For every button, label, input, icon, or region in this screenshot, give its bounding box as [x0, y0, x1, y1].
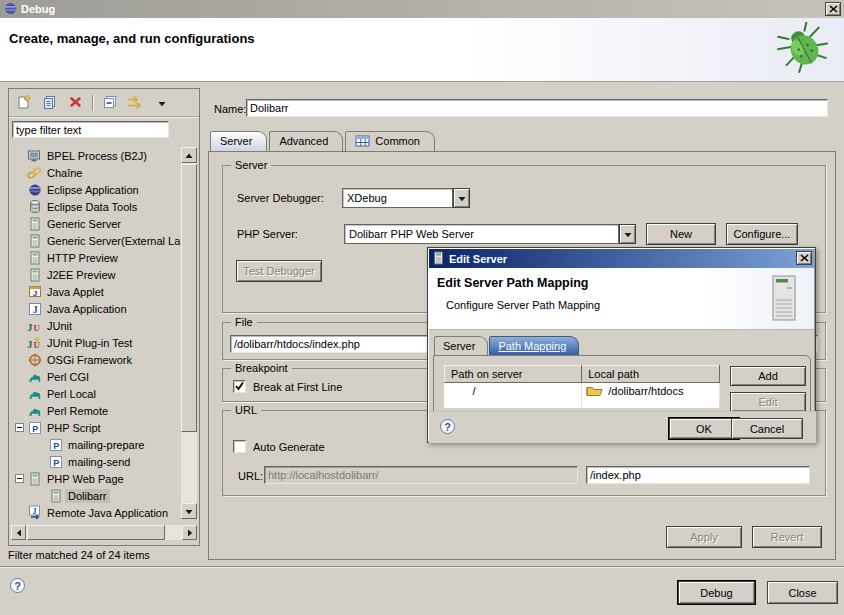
tree-indent [35, 439, 46, 450]
tree-item-cha-ne[interactable]: Chaîne [11, 164, 180, 181]
collapse-all-button[interactable] [100, 94, 119, 113]
collapse-toggle-icon[interactable] [14, 473, 25, 484]
tree-item-bpel-process-b2j-[interactable]: BPEL Process (B2J) [11, 147, 180, 164]
tree-item-perl-cgi[interactable]: Perl CGI [11, 368, 180, 385]
tree-item-label: JUnit Plug-in Test [44, 336, 135, 350]
name-input[interactable] [246, 99, 828, 117]
tree-item-perl-remote[interactable]: Perl Remote [11, 402, 180, 419]
tree-item-label: Perl Local [44, 387, 99, 401]
duplicate-button[interactable] [40, 94, 59, 113]
tab-label: Server [220, 135, 252, 147]
down-arrow-icon [185, 505, 193, 517]
window-close-button[interactable] [825, 2, 841, 16]
tree-vertical-scrollbar[interactable] [181, 147, 197, 519]
tree-item-mailing-prepare[interactable]: Pmailing-prepare [11, 436, 180, 453]
tree-item-java-applet[interactable]: JJava Applet [11, 283, 180, 300]
tree-item-http-preview[interactable]: HTTP Preview [11, 249, 180, 266]
svg-text:P: P [53, 440, 59, 450]
server-small-icon [433, 251, 444, 267]
server-icon [25, 217, 44, 231]
break-first-line-checkbox[interactable] [233, 380, 246, 393]
tree-item-j2ee-preview[interactable]: J2EE Preview [11, 266, 180, 283]
scroll-right-button[interactable] [182, 525, 197, 540]
scroll-up-button[interactable] [181, 147, 197, 163]
tree-item-generic-server-external-la[interactable]: Generic Server(External La [11, 232, 180, 249]
server-icon [25, 472, 44, 486]
tree-item-label: PHP Script [44, 421, 104, 435]
add-mapping-button[interactable]: Add [730, 366, 806, 386]
dialog-help-button[interactable]: ? [440, 419, 455, 434]
server-group-legend: Server [231, 159, 271, 171]
tree-item-junit[interactable]: JUJUnit [11, 317, 180, 334]
ok-button[interactable]: OK [669, 418, 739, 439]
tree-item-eclipse-data-tools[interactable]: Eclipse Data Tools [11, 198, 180, 215]
collapse-toggle-icon[interactable] [14, 422, 25, 433]
new-server-button[interactable]: New [646, 223, 716, 245]
name-label: Name: [214, 103, 246, 115]
bpel-icon [25, 149, 44, 163]
tree-indent [14, 218, 25, 229]
close-button[interactable]: Close [767, 581, 838, 604]
tree-item-perl-local[interactable]: Perl Local [11, 385, 180, 402]
combo-arrow-button[interactable] [619, 224, 636, 244]
tree-item-label: Perl Remote [44, 404, 111, 418]
column-header-path-on-server[interactable]: Path on server [445, 366, 582, 383]
tab-advanced[interactable]: Advanced [269, 131, 343, 152]
dialog-title: Edit Server [449, 253, 507, 265]
url-path-input[interactable] [586, 466, 810, 484]
database-icon [25, 199, 44, 214]
combo-arrow-button[interactable] [453, 188, 470, 208]
tab-path-mapping[interactable]: Path Mapping [489, 336, 579, 356]
tree-item-osgi-framework[interactable]: OSGi Framework [11, 351, 180, 368]
tree-item-eclipse-application[interactable]: Eclipse Application [11, 181, 180, 198]
up-arrow-icon [185, 149, 193, 161]
table-row[interactable]: //dolibarr/htdocs [445, 383, 720, 400]
debug-bug-icon [774, 22, 834, 78]
tree-item-generic-server[interactable]: Generic Server [11, 215, 180, 232]
php-server-select[interactable]: Dolibarr PHP Web Server [344, 224, 636, 244]
apply-button: Apply [666, 526, 742, 548]
dialog-close-button[interactable] [796, 251, 812, 265]
url-base-input [264, 466, 578, 484]
column-header-local-path[interactable]: Local path [582, 366, 720, 383]
tree-indent [14, 167, 25, 178]
scroll-left-button[interactable] [11, 525, 26, 540]
tree-item-dolibarr[interactable]: Dolibarr [11, 487, 180, 504]
tab-server[interactable]: Server [210, 131, 267, 152]
table-header-row: Path on serverLocal path [445, 366, 720, 383]
menu-dropdown-button[interactable] [152, 94, 171, 113]
tree-indent [14, 405, 25, 416]
tree-item-mailing-send[interactable]: Pmailing-send [11, 453, 180, 470]
tree-indent [14, 150, 25, 161]
left-arrow-icon [16, 527, 22, 539]
debug-button[interactable]: Debug [678, 581, 755, 604]
tree-item-java-application[interactable]: JJava Application [11, 300, 180, 317]
page-title: Create, manage, and run configurations [9, 31, 255, 46]
tree-item-php-script[interactable]: PPHP Script [11, 419, 180, 436]
filter-button[interactable] [126, 94, 145, 113]
cancel-button[interactable]: Cancel [731, 418, 803, 439]
tree-item-php-web-page[interactable]: PHP Web Page [11, 470, 180, 487]
vertical-scroll-thumb[interactable] [181, 164, 197, 432]
auto-generate-checkbox[interactable] [233, 440, 246, 453]
dialog-titlebar: Edit Server [429, 249, 814, 268]
tree-item-remote-java-application[interactable]: JRemote Java Application [11, 504, 180, 521]
tree-horizontal-scrollbar[interactable] [11, 525, 197, 540]
server-debugger-select[interactable]: XDebug [342, 188, 470, 208]
window-titlebar: Debug [0, 0, 844, 18]
scroll-down-button[interactable] [181, 503, 197, 519]
eclipse-app-icon [25, 183, 44, 197]
configure-server-button[interactable]: Configure... [726, 223, 798, 245]
path-mapping-table[interactable]: Path on serverLocal path //dolibarr/htdo… [444, 365, 720, 408]
tab-server[interactable]: Server [434, 336, 488, 356]
new-config-button[interactable] [14, 94, 33, 113]
horizontal-scroll-thumb[interactable] [27, 525, 165, 540]
help-button[interactable]: ? [10, 578, 25, 593]
tree-item-junit-plug-in-test[interactable]: JUJUnit Plug-in Test [11, 334, 180, 351]
delete-button[interactable] [66, 94, 85, 113]
perl-icon [25, 387, 44, 400]
server-debugger-label: Server Debugger: [237, 192, 324, 204]
tree-indent [14, 252, 25, 263]
filter-input[interactable] [12, 121, 169, 138]
tab-common[interactable]: Common [345, 131, 435, 152]
